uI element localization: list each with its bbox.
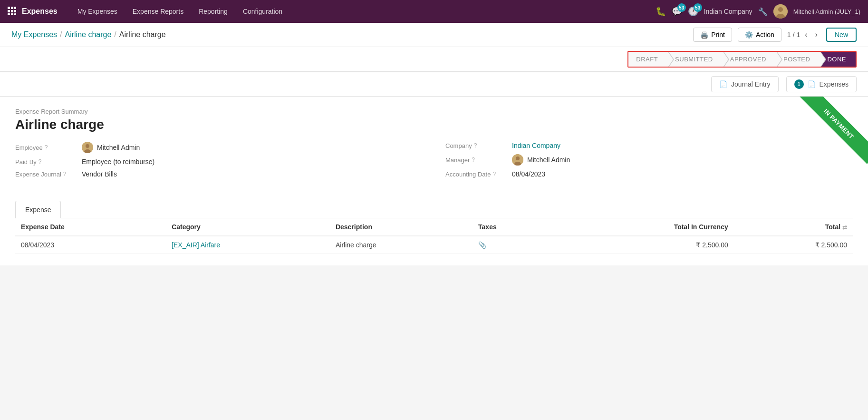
table-row: 08/04/2023 [EX_AIR] Airfare Airline char… xyxy=(15,236,853,254)
employee-avatar xyxy=(82,142,93,153)
pager-sep: / xyxy=(793,31,795,39)
col-total-currency: Total In Currency xyxy=(554,218,734,236)
status-draft[interactable]: DRAFT xyxy=(628,52,667,67)
status-bar-wrapper: DRAFT SUBMITTED APPROVED POSTED DONE xyxy=(0,47,868,72)
company-value[interactable]: Indian Company xyxy=(512,142,560,149)
action-button[interactable]: ⚙️ Action xyxy=(738,28,781,42)
svg-rect-5 xyxy=(14,10,16,12)
avatar[interactable] xyxy=(773,4,788,19)
nav-configuration[interactable]: Configuration xyxy=(236,4,289,19)
svg-rect-3 xyxy=(8,10,10,12)
pager-current: 1 xyxy=(787,31,791,39)
col-taxes: Taxes xyxy=(473,218,554,236)
expense-journal-value: Vendor Bills xyxy=(82,170,117,178)
form-fields-row: Employee ? Mitchell Admin Paid By ? xyxy=(15,142,853,183)
field-expense-journal: Expense Journal ? Vendor Bills xyxy=(15,170,423,178)
top-navigation: Expenses My Expenses Expense Reports Rep… xyxy=(0,0,868,23)
field-employee: Employee ? Mitchell Admin xyxy=(15,142,423,153)
pager-next-button[interactable]: › xyxy=(812,29,820,40)
sub-header-actions: 🖨️ Print ⚙️ Action 1 / 1 ‹ › New xyxy=(693,28,857,42)
pager: 1 / 1 ‹ › xyxy=(787,29,820,40)
employee-label: Employee ? xyxy=(15,144,82,151)
journal-entry-label: Journal Entry xyxy=(731,80,770,88)
expenses-label: Expenses xyxy=(820,80,849,88)
manager-help-icon[interactable]: ? xyxy=(472,156,475,163)
status-approved[interactable]: APPROVED xyxy=(723,52,776,67)
paid-by-help-icon[interactable]: ? xyxy=(39,158,42,165)
journal-icon: 📄 xyxy=(719,80,727,88)
breadcrumb-airline-charge-1[interactable]: Airline charge xyxy=(65,30,112,39)
pager-total: 1 xyxy=(797,31,800,39)
clock-icon[interactable]: 🕐 53 xyxy=(688,6,698,17)
manager-label: Manager ? xyxy=(445,156,512,164)
cell-total-currency: ₹ 2,500.00 xyxy=(554,236,734,254)
expenses-count: 1 xyxy=(794,79,804,89)
tabs-list: Expense xyxy=(15,200,853,218)
expenses-icon: 📄 xyxy=(808,80,816,88)
journal-entry-button[interactable]: 📄 Journal Entry xyxy=(711,76,778,92)
sub-header: My Expenses / Airline charge / Airline c… xyxy=(0,23,868,47)
field-paid-by: Paid By ? Employee (to reimburse) xyxy=(15,158,423,166)
cell-category[interactable]: [EX_AIR] Airfare xyxy=(166,236,330,254)
accounting-date-help-icon[interactable]: ? xyxy=(492,171,496,177)
breadcrumb-my-expenses[interactable]: My Expenses xyxy=(11,30,57,39)
expense-journal-label: Expense Journal ? xyxy=(15,171,82,178)
in-payment-ribbon: IN PAYMENT xyxy=(799,97,868,164)
gear-icon: ⚙️ xyxy=(745,31,753,39)
breadcrumb-airline-charge-2: Airline charge xyxy=(119,30,166,39)
nav-expense-reports[interactable]: Expense Reports xyxy=(126,4,190,19)
form-section: IN PAYMENT Expense Report Summary Airlin… xyxy=(0,97,868,200)
breadcrumb: My Expenses / Airline charge / Airline c… xyxy=(11,30,166,39)
record-title: Airline charge xyxy=(15,117,853,132)
svg-rect-6 xyxy=(8,13,10,15)
company-name: Indian Company xyxy=(704,8,752,15)
ribbon-wrapper: IN PAYMENT xyxy=(782,97,868,182)
nav-reporting[interactable]: Reporting xyxy=(192,4,234,19)
accounting-date-value: 08/04/2023 xyxy=(512,170,545,178)
wrench-icon[interactable]: 🔧 xyxy=(758,7,768,16)
bug-icon[interactable]: 🐛 xyxy=(656,6,666,17)
status-submitted[interactable]: SUBMITTED xyxy=(667,52,723,67)
company-help-icon[interactable]: ? xyxy=(474,142,477,149)
company-label: Company ? xyxy=(445,142,512,149)
grid-icon[interactable] xyxy=(8,7,16,17)
new-button[interactable]: New xyxy=(826,28,857,42)
nav-my-expenses[interactable]: My Expenses xyxy=(71,4,124,19)
employee-name: Mitchell Admin xyxy=(97,144,140,151)
svg-rect-2 xyxy=(14,7,16,9)
expense-table: Expense Date Category Description Taxes … xyxy=(15,218,853,254)
print-label: Print xyxy=(711,31,725,39)
clock-badge: 53 xyxy=(694,3,702,12)
col-description: Description xyxy=(330,218,473,236)
svg-point-13 xyxy=(86,144,89,148)
cell-taxes: 📎 xyxy=(473,236,554,254)
cell-description: Airline charge xyxy=(330,236,473,254)
chat-badge: 53 xyxy=(677,3,686,12)
cell-total: ₹ 2,500.00 xyxy=(734,236,853,254)
user-label: Mitchell Admin (JULY_1) xyxy=(793,8,860,15)
action-label: Action xyxy=(756,31,774,39)
form-col-left: Employee ? Mitchell Admin Paid By ? xyxy=(15,142,423,183)
manager-name: Mitchell Admin xyxy=(527,156,570,164)
smart-buttons-row: 📄 Journal Entry 1 📄 Expenses xyxy=(0,72,868,97)
chat-icon[interactable]: 💬 53 xyxy=(672,6,682,17)
print-icon: 🖨️ xyxy=(700,31,708,39)
svg-rect-0 xyxy=(8,7,10,9)
paperclip-icon: 📎 xyxy=(478,241,486,249)
accounting-date-label: Accounting Date ? xyxy=(445,171,512,178)
employee-help-icon[interactable]: ? xyxy=(45,144,48,151)
status-bar: DRAFT SUBMITTED APPROVED POSTED DONE xyxy=(627,51,857,68)
paid-by-label: Paid By ? xyxy=(15,158,82,166)
tab-expense[interactable]: Expense xyxy=(15,201,61,218)
print-button[interactable]: 🖨️ Print xyxy=(693,28,732,42)
breadcrumb-sep-2: / xyxy=(114,30,116,39)
cell-date: 08/04/2023 xyxy=(15,236,166,254)
expense-journal-help-icon[interactable]: ? xyxy=(63,171,67,177)
manager-value: Mitchell Admin xyxy=(512,154,570,166)
sort-icon[interactable]: ⇄ xyxy=(842,224,847,231)
col-expense-date: Expense Date xyxy=(15,218,166,236)
pager-prev-button[interactable]: ‹ xyxy=(802,29,810,40)
svg-rect-8 xyxy=(14,13,16,15)
expenses-button[interactable]: 1 📄 Expenses xyxy=(786,76,857,92)
svg-rect-1 xyxy=(11,7,13,9)
